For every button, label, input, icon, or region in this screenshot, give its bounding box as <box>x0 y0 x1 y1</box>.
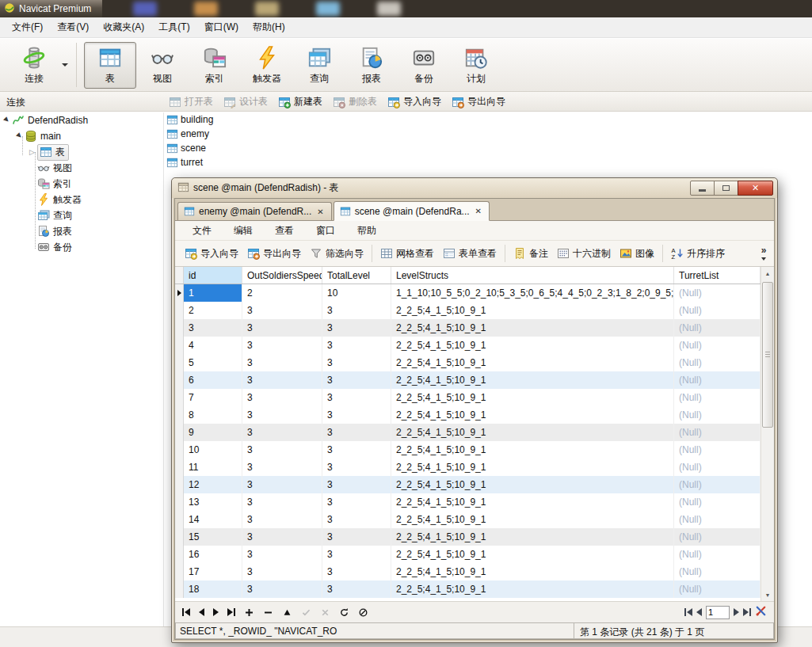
header-cell-levelstructs[interactable]: LevelStructs <box>391 267 674 284</box>
taskbar-thumbnail[interactable] <box>194 2 218 16</box>
cell-outsoldiersspeed[interactable]: 3 <box>242 406 322 424</box>
toolbar-button-triggers[interactable]: 触发器 <box>241 42 293 89</box>
tab-close-icon[interactable]: ✕ <box>315 207 325 216</box>
sort-ascending-button[interactable]: AZ升序排序 <box>667 245 729 263</box>
row-selector[interactable] <box>175 493 184 511</box>
cell-turretlist[interactable]: (Null) <box>674 476 761 493</box>
cell-id[interactable]: 6 <box>184 371 242 389</box>
cell-id[interactable]: 12 <box>184 476 242 493</box>
cell-outsoldiersspeed[interactable]: 3 <box>242 511 322 528</box>
taskbar-thumbnail[interactable] <box>133 2 157 16</box>
cell-outsoldiersspeed[interactable]: 2 <box>242 284 322 302</box>
cell-outsoldiersspeed[interactable]: 3 <box>242 563 322 580</box>
cell-totallevel[interactable]: 3 <box>322 389 391 406</box>
row-selector[interactable] <box>175 528 184 546</box>
cell-id[interactable]: 7 <box>184 389 242 406</box>
add-record-button[interactable] <box>244 607 254 618</box>
row-selector[interactable] <box>175 546 184 563</box>
delete-record-button[interactable] <box>263 607 273 618</box>
connection-dropdown-icon[interactable] <box>62 63 68 67</box>
menubar-item-5[interactable]: 帮助(H) <box>246 17 292 37</box>
cell-totallevel[interactable]: 3 <box>322 441 391 459</box>
header-cell-totallevel[interactable]: TotalLevel <box>322 267 391 284</box>
cell-totallevel[interactable]: 3 <box>322 580 391 598</box>
row-selector[interactable] <box>175 284 184 302</box>
cell-id[interactable]: 13 <box>184 493 242 511</box>
cell-turretlist[interactable]: (Null) <box>674 580 761 598</box>
form-view-button[interactable]: 表单查看 <box>439 245 501 263</box>
grid-view-button[interactable]: 网格查看 <box>376 245 438 263</box>
cell-levelstructs[interactable]: 2_2_5;4_1_5;10_9_1 <box>391 528 674 546</box>
image-button[interactable]: 图像 <box>616 245 658 263</box>
sidebar-item-views[interactable]: 视图 <box>0 160 163 176</box>
cell-totallevel[interactable]: 3 <box>322 406 391 424</box>
scroll-up-arrow-icon[interactable]: ▲ <box>761 267 774 280</box>
cell-id[interactable]: 2 <box>184 302 242 319</box>
cell-totallevel[interactable]: 3 <box>322 424 391 441</box>
tab-0[interactable]: enemy @main (DefendR...✕ <box>177 202 332 220</box>
scroll-down-arrow-icon[interactable]: ▼ <box>761 588 774 601</box>
row-selector[interactable] <box>175 563 184 580</box>
cell-totallevel[interactable]: 10 <box>322 284 391 302</box>
cell-id[interactable]: 9 <box>184 424 242 441</box>
first-page-button[interactable] <box>684 608 692 616</box>
row-selector[interactable] <box>175 511 184 528</box>
row-selector[interactable] <box>175 424 184 441</box>
child-menu-item-1[interactable]: 编辑 <box>223 224 264 238</box>
cell-id[interactable]: 11 <box>184 459 242 476</box>
taskbar-active-app-button[interactable]: Navicat Premium <box>0 0 102 17</box>
cell-outsoldiersspeed[interactable]: 3 <box>242 319 322 337</box>
menubar-item-1[interactable]: 查看(V) <box>50 17 96 37</box>
cell-totallevel[interactable]: 3 <box>322 302 391 319</box>
cell-totallevel[interactable]: 3 <box>322 476 391 493</box>
cell-id[interactable]: 5 <box>184 354 242 371</box>
row-selector[interactable] <box>175 389 184 406</box>
cell-levelstructs[interactable]: 2_2_5;4_1_5;10_9_1 <box>391 406 674 424</box>
cell-id[interactable]: 15 <box>184 528 242 546</box>
toolbar-overflow-button[interactable]: » <box>757 246 772 261</box>
cell-id[interactable]: 18 <box>184 580 242 598</box>
cell-turretlist[interactable]: (Null) <box>674 511 761 528</box>
cell-levelstructs[interactable]: 2_2_5;4_1_5;10_9_1 <box>391 493 674 511</box>
taskbar-thumbnail[interactable] <box>255 2 279 16</box>
menubar-item-2[interactable]: 收藏夹(A) <box>96 17 151 37</box>
cell-turretlist[interactable]: (Null) <box>674 493 761 511</box>
sidebar-item-backups[interactable]: 备份 <box>0 239 163 255</box>
cell-id[interactable]: 3 <box>184 319 242 337</box>
import-wizard-button[interactable]: 导入向导 <box>387 95 441 108</box>
cell-turretlist[interactable]: (Null) <box>674 546 761 563</box>
cell-outsoldiersspeed[interactable]: 3 <box>242 337 322 354</box>
child-menu-item-4[interactable]: 帮助 <box>346 224 387 238</box>
filter-wizard-button[interactable]: 筛选向导 <box>306 245 368 263</box>
cell-turretlist[interactable]: (Null) <box>674 528 761 546</box>
cell-turretlist[interactable]: (Null) <box>674 459 761 476</box>
child-menu-item-0[interactable]: 文件 <box>181 224 223 238</box>
cell-levelstructs[interactable]: 2_2_5;4_1_5;10_9_1 <box>391 319 674 337</box>
cell-id[interactable]: 8 <box>184 406 242 424</box>
cell-levelstructs[interactable]: 2_2_5;4_1_5;10_9_1 <box>391 511 674 528</box>
memo-button[interactable]: 备注 <box>509 245 552 263</box>
cell-levelstructs[interactable]: 1_1_10;10_5_5;0_2_10;5_3_5;0_6_5;4_4_5;0… <box>391 284 674 302</box>
menubar-item-4[interactable]: 窗口(W) <box>197 17 246 37</box>
cell-turretlist[interactable]: (Null) <box>674 406 761 424</box>
cell-totallevel[interactable]: 3 <box>322 493 391 511</box>
last-record-button[interactable] <box>227 608 235 616</box>
cell-levelstructs[interactable]: 2_2_5;4_1_5;10_9_1 <box>391 476 674 493</box>
cell-outsoldiersspeed[interactable]: 3 <box>242 528 322 546</box>
child-menu-item-3[interactable]: 窗口 <box>305 224 346 238</box>
refresh-button[interactable] <box>339 607 349 618</box>
cell-turretlist[interactable]: (Null) <box>674 284 761 302</box>
cell-outsoldiersspeed[interactable]: 3 <box>242 371 322 389</box>
cell-levelstructs[interactable]: 2_2_5;4_1_5;10_9_1 <box>391 580 674 598</box>
cell-outsoldiersspeed[interactable]: 3 <box>242 493 322 511</box>
cell-id[interactable]: 16 <box>184 546 242 563</box>
previous-record-button[interactable] <box>199 608 204 616</box>
cell-totallevel[interactable]: 3 <box>322 337 391 354</box>
header-cell-id[interactable]: id <box>184 267 242 284</box>
cell-levelstructs[interactable]: 2_2_5;4_1_5;10_9_1 <box>391 337 674 354</box>
stop-button[interactable] <box>358 607 368 618</box>
cell-turretlist[interactable]: (Null) <box>674 354 761 371</box>
cell-turretlist[interactable]: (Null) <box>674 319 761 337</box>
cell-turretlist[interactable]: (Null) <box>674 389 761 406</box>
last-page-button[interactable] <box>743 608 751 616</box>
